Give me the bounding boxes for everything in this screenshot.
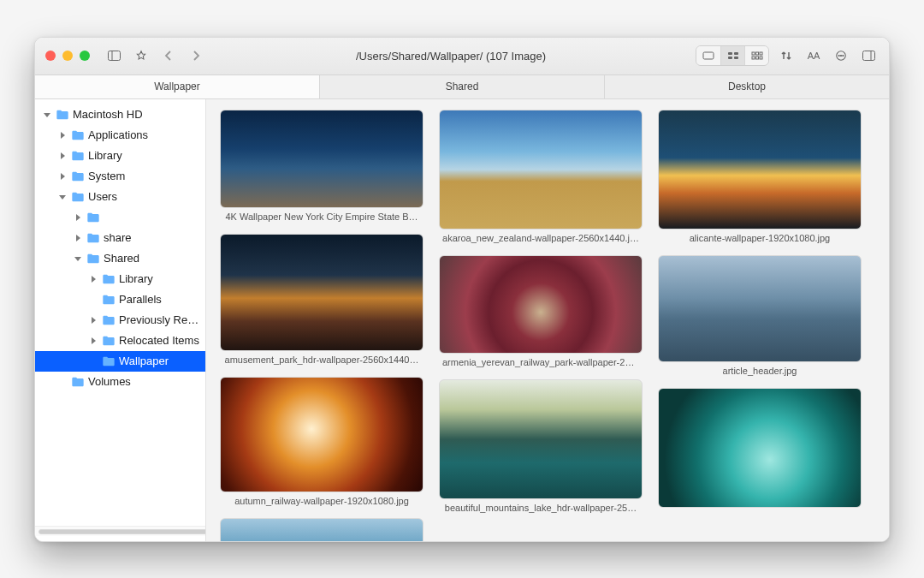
image-card[interactable]: article_header.jpg	[658, 255, 862, 376]
image-thumbnail[interactable]	[658, 388, 862, 508]
sort-button[interactable]	[776, 46, 797, 65]
path-tab-current[interactable]: Wallpaper	[35, 75, 320, 98]
chevron-right-icon[interactable]	[73, 212, 83, 223]
tree-row-library[interactable]: Library	[35, 146, 205, 166]
folder-icon	[102, 314, 116, 326]
svg-marker-20	[61, 132, 65, 139]
image-thumbnail[interactable]	[439, 255, 643, 354]
image-thumbnail[interactable]	[220, 377, 424, 492]
chevron-right-icon[interactable]	[88, 315, 98, 325]
svg-marker-22	[61, 173, 65, 180]
image-filename: beautiful_mountains_lake_hdr-wallpaper-2…	[439, 503, 643, 513]
tree-row-unnamed[interactable]	[35, 207, 205, 228]
svg-rect-4	[734, 52, 738, 55]
tree-row-relocated-items[interactable]: Relocated Items	[35, 331, 205, 351]
tree-label: Volumes	[88, 375, 131, 388]
folder-icon	[102, 273, 116, 285]
chevron-right-icon[interactable]	[57, 151, 68, 161]
back-button[interactable]	[158, 46, 179, 65]
svg-point-16	[843, 55, 844, 56]
tree-row-macintosh-hd[interactable]: Macintosh HD	[35, 104, 205, 125]
svg-rect-3	[728, 52, 732, 55]
tree-row-share[interactable]: share	[35, 228, 205, 248]
tree-row-parallels[interactable]: Parallels	[35, 289, 205, 310]
svg-marker-27	[92, 276, 96, 283]
svg-point-15	[840, 55, 841, 56]
view-mode-segmented[interactable]	[696, 45, 769, 66]
chevron-right-icon[interactable]	[88, 274, 98, 284]
folder-icon	[86, 232, 100, 244]
tree-label: Previously Relocated Items	[119, 313, 200, 326]
chevron-down-icon	[42, 110, 52, 120]
sidebar[interactable]: Macintosh HDApplicationsLibrarySystemUse…	[35, 99, 206, 541]
image-card[interactable]	[658, 388, 862, 511]
path-tab-grandparent[interactable]: Desktop	[605, 75, 889, 98]
image-card[interactable]: beautiful_mountains_lake_hdr-wallpaper-2…	[439, 379, 643, 513]
tree-row-users[interactable]: Users	[35, 187, 205, 207]
view-icons-icon[interactable]	[696, 46, 720, 65]
tree-row-volumes[interactable]: Volumes	[35, 372, 205, 392]
folder-icon	[71, 170, 85, 182]
text-size-button[interactable]: AA	[803, 46, 824, 65]
image-card[interactable]	[220, 518, 424, 541]
image-thumbnail[interactable]	[220, 518, 424, 541]
chevron-down-icon[interactable]	[73, 253, 83, 264]
tree-label: System	[88, 170, 125, 182]
app-window: /Users/Shared/Wallpaper/ (107 Image) AA …	[34, 37, 890, 542]
svg-marker-19	[44, 113, 50, 117]
close-window-button[interactable]	[45, 51, 56, 61]
chevron-right-icon[interactable]	[57, 171, 68, 182]
tree-label: Users	[88, 190, 117, 203]
path-tabs: Wallpaper Shared Desktop	[35, 75, 889, 99]
image-card[interactable]: akaroa_new_zealand-wallpaper-2560x1440.j…	[439, 110, 643, 243]
traffic-lights	[45, 51, 90, 61]
tree-row-library[interactable]: Library	[35, 269, 205, 289]
tree-label: Macintosh HD	[73, 108, 143, 121]
folder-icon	[71, 129, 85, 141]
chevron-right-icon[interactable]	[88, 336, 98, 346]
image-card[interactable]: autumn_railway-wallpaper-1920x1080.jpg	[220, 377, 424, 506]
image-card[interactable]: amusement_park_hdr-wallpaper-2560x1440…	[220, 234, 424, 365]
chevron-right-icon[interactable]	[73, 233, 83, 243]
svg-rect-0	[108, 51, 120, 61]
image-thumbnail[interactable]	[439, 110, 643, 229]
image-card[interactable]: armenia_yerevan_railway_park-wallpaper-2…	[439, 255, 643, 367]
minimize-window-button[interactable]	[62, 51, 73, 61]
image-thumbnail[interactable]	[658, 110, 862, 229]
tree-row-shared[interactable]: Shared	[35, 248, 205, 269]
sidebar-horizontal-scrollbar[interactable]	[35, 526, 205, 536]
preview-toggle-button[interactable]	[858, 46, 879, 65]
svg-rect-10	[752, 57, 755, 59]
tree-row-previously-relocated-items[interactable]: Previously Relocated Items	[35, 310, 205, 331]
tree-row-wallpaper[interactable]: Wallpaper	[35, 351, 205, 372]
path-tab-parent[interactable]: Shared	[320, 75, 605, 98]
sidebar-toggle-button[interactable]	[104, 46, 124, 65]
favorite-button[interactable]	[131, 46, 151, 65]
image-thumbnail[interactable]	[220, 110, 424, 208]
chevron-right-icon[interactable]	[57, 130, 68, 140]
more-options-button[interactable]	[831, 46, 851, 65]
tree-label: Library	[119, 272, 153, 285]
content-grid[interactable]: 4K Wallpaper New York City Empire State …	[206, 99, 889, 541]
path-tab-parent-label: Shared	[446, 80, 479, 92]
image-thumbnail[interactable]	[220, 234, 424, 351]
tree-row-system[interactable]: System	[35, 166, 205, 187]
image-thumbnail[interactable]	[439, 379, 643, 499]
tree-row-applications[interactable]: Applications	[35, 125, 205, 146]
chevron-down-icon[interactable]	[57, 192, 68, 202]
zoom-window-button[interactable]	[80, 51, 90, 61]
view-list-icon[interactable]	[720, 46, 744, 65]
forward-button[interactable]	[186, 46, 206, 65]
image-filename: article_header.jpg	[658, 366, 862, 376]
svg-marker-21	[61, 152, 65, 159]
svg-rect-7	[752, 52, 755, 55]
tree-label: share	[104, 231, 132, 244]
main-split: Macintosh HDApplicationsLibrarySystemUse…	[35, 99, 889, 541]
folder-icon	[71, 150, 85, 162]
image-filename: armenia_yerevan_railway_park-wallpaper-2…	[439, 357, 643, 367]
image-card[interactable]: 4K Wallpaper New York City Empire State …	[220, 110, 424, 222]
image-thumbnail[interactable]	[658, 255, 862, 362]
view-gallery-icon[interactable]	[744, 46, 768, 65]
image-card[interactable]: alicante-wallpaper-1920x1080.jpg	[658, 110, 862, 243]
window-title: /Users/Shared/Wallpaper/ (107 Image)	[213, 50, 689, 63]
